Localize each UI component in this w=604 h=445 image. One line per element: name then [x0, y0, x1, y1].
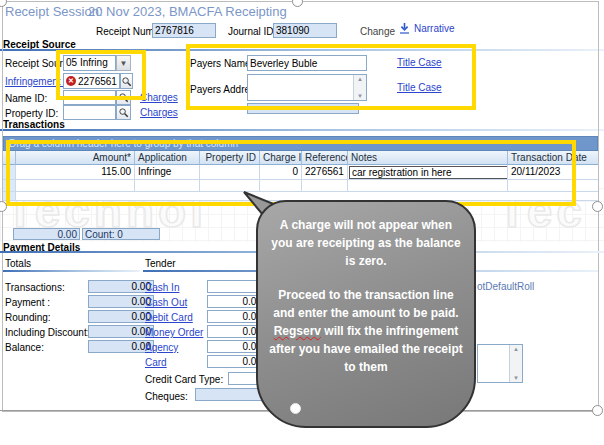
cash-in-link[interactable]: Cash In	[145, 282, 179, 293]
summary-total: 0.00	[13, 228, 80, 240]
payers-address-textarea[interactable]: ▲▼	[247, 74, 367, 101]
payers-address-line2-field[interactable]	[247, 103, 359, 114]
totals-label-balance: Balance:	[5, 342, 44, 353]
callout-bubble: A charge will not appear when you are re…	[256, 200, 476, 428]
transactions-summary-bar: 0.00 Count: 0	[13, 228, 160, 240]
name-id-field[interactable]	[63, 90, 116, 105]
cell-transaction-date[interactable]: 20/11/2023	[508, 165, 598, 180]
name-id-field-group	[63, 90, 131, 105]
totals-label-transactions: Transactions:	[5, 282, 65, 293]
search-icon[interactable]	[116, 90, 131, 105]
cell-application[interactable]: Infringe	[135, 165, 200, 180]
scroll-down-icon[interactable]: ▼	[513, 374, 519, 382]
tender-title: Tender	[145, 258, 176, 269]
infringement-no-value: 2276561	[78, 76, 117, 87]
agency-link[interactable]: Agency	[145, 342, 178, 353]
narrative-button[interactable]: Narrative	[398, 22, 455, 35]
name-id-label: Name ID:	[5, 93, 47, 104]
card-link[interactable]: Card	[145, 357, 167, 368]
payers-name-label: Payers Name:	[190, 58, 253, 69]
empty-cell	[348, 180, 508, 192]
group-by-bar[interactable]: Drag a column header here to group by th…	[3, 136, 598, 151]
empty-cell	[16, 180, 135, 192]
totals-label-payment: Payment :	[5, 297, 50, 308]
table-header-row: Amount* Application Property ID Charge I…	[3, 151, 598, 165]
receipt-number-field[interactable]	[152, 23, 216, 38]
receipt-session-window: Technol Tec Receipt Session: 20 Nov 2023…	[0, 0, 604, 445]
default-roll-text: otDefaultRoll	[477, 281, 534, 292]
totals-title: Totals	[5, 258, 31, 269]
totals-label-rounding: Rounding:	[5, 312, 51, 323]
cell-reference[interactable]: 2276561	[302, 165, 348, 180]
row-selector	[3, 180, 16, 192]
col-header-charge-id[interactable]: Charge ID	[260, 151, 302, 165]
narrative-label: Narrative	[414, 23, 455, 34]
error-icon: ✕	[66, 76, 76, 86]
change-button[interactable]: Change	[360, 26, 395, 37]
callout-paragraph-2: Proceed to the transaction line and ente…	[268, 286, 464, 376]
table-row[interactable]: 115.00 Infringe 0 2276561 20/11/2023	[3, 165, 598, 180]
search-icon[interactable]	[120, 73, 133, 89]
name-id-charges-link[interactable]: Charges	[140, 92, 178, 103]
credit-card-type-label: Credit Card Type:	[145, 374, 223, 385]
receipt-source-rule	[0, 49, 604, 51]
receipt-source-selected-value: 05 Infring	[63, 55, 116, 71]
notes-input[interactable]	[349, 166, 508, 179]
receipt-source-select[interactable]: 05 Infring ▼	[63, 55, 131, 71]
selection-handle-right-middle[interactable]	[592, 201, 603, 212]
narrative-icon	[398, 22, 411, 35]
empty-cell	[135, 180, 200, 192]
row-selector-header	[3, 151, 16, 165]
journal-id-label: Journal ID:	[228, 26, 276, 37]
selection-handle-bottom-right[interactable]	[592, 405, 603, 416]
col-header-transaction-date[interactable]: Transaction Date	[508, 151, 598, 165]
property-id-field[interactable]	[63, 105, 116, 120]
infringement-no-field[interactable]: ✕ 2276561	[63, 73, 120, 89]
session-title: 20 Nov 2023, BMACFA Receipting	[88, 4, 287, 19]
cell-charge-id[interactable]: 0	[260, 165, 302, 180]
summary-count: Count: 0	[82, 228, 160, 240]
col-header-reference[interactable]: Reference	[302, 151, 348, 165]
payers-name-title-case-link[interactable]: Title Case	[397, 57, 442, 68]
debit-card-link[interactable]: Debit Card	[145, 312, 193, 323]
money-order-link[interactable]: Money Order	[145, 327, 203, 338]
scrollbar[interactable]: ▲▼	[509, 345, 522, 382]
property-id-label: Property ID:	[5, 108, 58, 119]
transactions-rule	[0, 129, 604, 131]
side-textarea[interactable]: ▲▼	[477, 344, 523, 383]
cell-amount[interactable]: 115.00	[16, 165, 135, 180]
callout-p2-before: Proceed to the transaction line and ente…	[273, 288, 458, 320]
selection-handle-bottom-center[interactable]	[290, 403, 301, 414]
property-id-charges-link[interactable]: Charges	[140, 107, 178, 118]
row-selector	[3, 192, 16, 201]
cash-out-link[interactable]: Cash Out	[145, 297, 187, 308]
journal-id-field[interactable]	[273, 23, 337, 38]
chevron-down-icon[interactable]: ▼	[116, 55, 131, 71]
col-header-application[interactable]: Application	[135, 151, 200, 165]
infringement-no-field-group: ✕ 2276561	[63, 73, 131, 89]
search-icon[interactable]	[116, 105, 131, 120]
totals-rule	[3, 270, 140, 272]
col-header-amount[interactable]: Amount*	[16, 151, 135, 165]
col-header-property-id[interactable]: Property ID	[200, 151, 260, 165]
empty-cell	[508, 180, 598, 192]
property-id-field-group	[63, 105, 131, 120]
cell-notes	[348, 165, 508, 180]
scroll-down-icon[interactable]: ▼	[357, 92, 363, 100]
scroll-up-icon[interactable]: ▲	[357, 75, 363, 83]
col-header-notes[interactable]: Notes	[348, 151, 508, 165]
cheques-label: Cheques:	[145, 391, 188, 402]
cell-property-id[interactable]	[200, 165, 260, 180]
scroll-up-icon[interactable]: ▲	[513, 345, 519, 353]
callout-paragraph-1: A charge will not appear when you are re…	[268, 216, 464, 270]
selection-handle-top-center[interactable]	[292, 0, 303, 7]
payers-name-field[interactable]	[247, 55, 367, 71]
row-selector[interactable]	[3, 165, 16, 180]
scrollbar[interactable]: ▲▼	[353, 75, 366, 100]
totals-label-including-discount: Including Discount:	[5, 327, 90, 338]
payers-address-title-case-link[interactable]: Title Case	[397, 82, 442, 93]
callout-misspelled-word: Regserv	[274, 324, 321, 338]
